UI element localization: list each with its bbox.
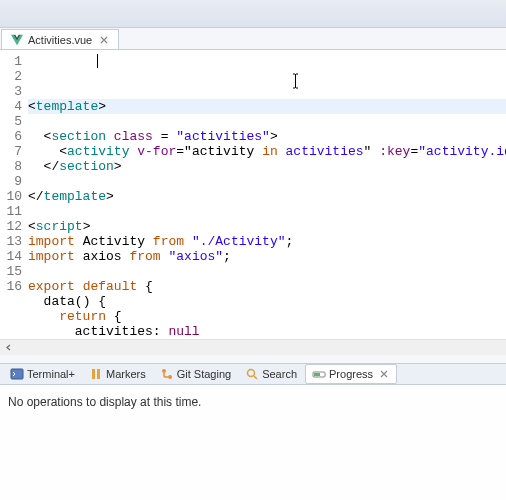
code-line[interactable] [28, 174, 506, 189]
progress-message: No operations to display at this time. [8, 395, 201, 409]
line-number: 16 [0, 279, 24, 294]
toolbar [0, 0, 506, 28]
svg-point-4 [168, 375, 172, 379]
code-line[interactable]: import axios from "axios"; [28, 249, 506, 264]
tab-label: Git Staging [177, 368, 231, 380]
progress-icon [312, 367, 326, 381]
line-gutter: 12345678910111213141516 [0, 50, 24, 339]
code-line[interactable] [28, 264, 506, 279]
progress-panel: No operations to display at this time. [0, 385, 506, 500]
line-number: 2 [0, 69, 24, 84]
tab-terminal[interactable]: Terminal+ [4, 365, 81, 383]
svg-point-3 [162, 369, 166, 373]
bottom-tab-bar: Terminal+MarkersGit StagingSearchProgres… [0, 363, 506, 385]
tab-markers[interactable]: Markers [83, 365, 152, 383]
line-number: 8 [0, 159, 24, 174]
code-line[interactable]: export default { [28, 279, 506, 294]
line-number: 13 [0, 234, 24, 249]
code-line[interactable] [28, 204, 506, 219]
tab-label: Search [262, 368, 297, 380]
code-line[interactable]: data() { [28, 294, 506, 309]
line-number: 9 [0, 174, 24, 189]
svg-rect-0 [11, 369, 23, 379]
line-number: 7 [0, 144, 24, 159]
line-number: 14 [0, 249, 24, 264]
tab-filename: Activities.vue [28, 34, 92, 46]
svg-rect-2 [97, 369, 100, 379]
code-line[interactable]: activities: null [28, 324, 506, 339]
editor-tab-bar: Activities.vue [0, 28, 506, 50]
code-line[interactable]: </template> [28, 189, 506, 204]
separator [0, 355, 506, 363]
svg-rect-7 [314, 373, 320, 376]
code-line[interactable]: </section> [28, 159, 506, 174]
code-line[interactable] [28, 114, 506, 129]
line-number: 10 [0, 189, 24, 204]
tab-label: Terminal+ [27, 368, 75, 380]
svg-rect-1 [92, 369, 95, 379]
horizontal-scrollbar[interactable] [0, 339, 506, 355]
code-line[interactable]: return { [28, 309, 506, 324]
tab-progress[interactable]: Progress [305, 364, 397, 384]
close-icon[interactable] [98, 34, 110, 46]
line-number: 12 [0, 219, 24, 234]
tab-label: Progress [329, 368, 373, 380]
line-number: 4 [0, 99, 24, 114]
vue-icon [10, 34, 24, 46]
line-number: 11 [0, 204, 24, 219]
close-icon[interactable] [378, 368, 390, 380]
gitstaging-icon [160, 367, 174, 381]
scroll-left-icon[interactable] [0, 340, 16, 356]
line-number: 6 [0, 129, 24, 144]
code-line[interactable]: import Activity from "./Activity"; [28, 234, 506, 249]
line-number: 15 [0, 264, 24, 279]
terminal-icon [10, 367, 24, 381]
code-line[interactable]: <activity v-for="activity in activities"… [28, 144, 506, 159]
code-area[interactable]: <template> <section class = "activities"… [24, 50, 506, 339]
line-number: 5 [0, 114, 24, 129]
editor-tab-activities[interactable]: Activities.vue [1, 29, 119, 49]
search-icon [245, 367, 259, 381]
code-line[interactable]: <section class = "activities"> [28, 129, 506, 144]
svg-point-5 [248, 370, 255, 377]
code-line[interactable]: <script> [28, 219, 506, 234]
tab-gitstaging[interactable]: Git Staging [154, 365, 237, 383]
code-line[interactable]: <template> [28, 99, 506, 114]
markers-icon [89, 367, 103, 381]
line-number: 1 [0, 54, 24, 69]
code-editor[interactable]: 12345678910111213141516 <template> <sect… [0, 50, 506, 339]
tab-label: Markers [106, 368, 146, 380]
caret [97, 54, 98, 68]
line-number: 3 [0, 84, 24, 99]
tab-search[interactable]: Search [239, 365, 303, 383]
